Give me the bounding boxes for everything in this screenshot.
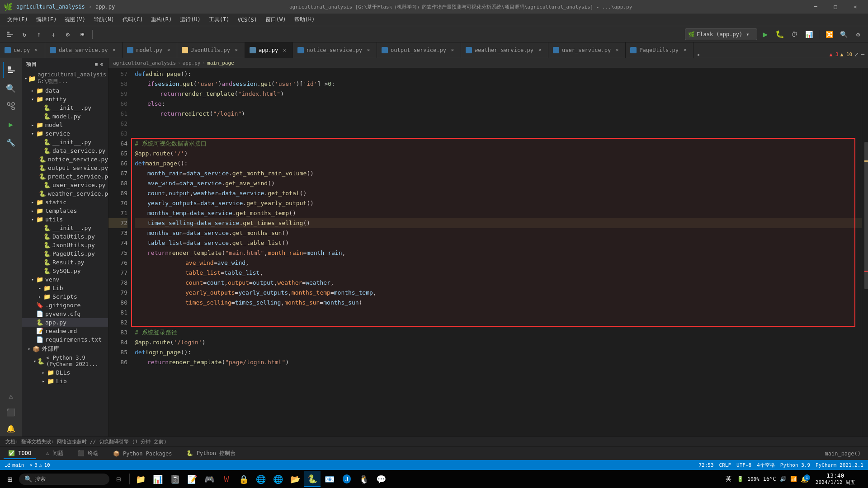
tree-item-pageutils[interactable]: ▸ 🐍 PageUtils.py — [22, 249, 108, 258]
indent-status[interactable]: 4个空格 — [757, 462, 775, 469]
tree-item-static[interactable]: ▸ 📁 static — [22, 198, 108, 206]
taskbar-onenote[interactable]: 📓 — [167, 471, 183, 487]
tab-model[interactable]: model.py ✕ — [123, 42, 177, 58]
menu-refactor[interactable]: 重构(R) — [147, 14, 175, 25]
minimize-button[interactable]: ─ — [807, 0, 825, 14]
tab-close-user-service[interactable]: ✕ — [613, 47, 621, 54]
ide-version-status[interactable]: PyCharm 2021.2.1 — [816, 462, 863, 468]
run-icon-side[interactable]: ▶ — [3, 116, 19, 132]
plugins-icon[interactable]: 🔧 — [3, 134, 19, 150]
show-desktop-button[interactable] — [863, 471, 866, 487]
menu-file[interactable]: 文件(F) — [4, 14, 32, 25]
tree-item-pyvenv[interactable]: ▸ 📄 pyvenv.cfg — [22, 310, 108, 318]
tab-weather-service[interactable]: weather_service.py ✕ — [461, 42, 548, 58]
git-branch-status[interactable]: ⎇ main — [5, 462, 24, 468]
maximize-button[interactable]: □ — [826, 0, 844, 14]
terminal-icon[interactable]: ⬛ — [3, 404, 19, 420]
tab-problems[interactable]: ⚠ 问题 — [41, 448, 67, 459]
menu-view[interactable]: 视图(V) — [61, 14, 89, 25]
tab-close-notice-service[interactable]: ✕ — [365, 47, 372, 54]
tree-item-venv[interactable]: ▾ 📁 venv — [22, 275, 108, 284]
taskbar-explorer[interactable]: 📁 — [132, 471, 149, 487]
taskbar-pycharm[interactable]: 🐍 — [304, 471, 321, 487]
tab-python-console[interactable]: 🐍 Python 控制台 — [182, 448, 240, 459]
tab-close-ce[interactable]: ✕ — [33, 47, 40, 54]
settings-sidebar-icon[interactable]: ⚙ — [100, 61, 104, 67]
tree-item-external[interactable]: ▾ 📦 外部库 — [22, 344, 108, 354]
problems-icon[interactable]: ⚠ — [3, 388, 19, 404]
volume-icon[interactable]: 🔊 — [780, 476, 787, 482]
tree-item-sysql[interactable]: ▸ 🐍 SySQL.py — [22, 267, 108, 275]
tab-close-weather-service[interactable]: ✕ — [536, 47, 543, 54]
taskbar-xbox[interactable]: 🎮 — [201, 471, 217, 487]
taskbar-excel[interactable]: 📊 — [150, 471, 166, 487]
toolbar-up[interactable]: ↑ — [33, 28, 45, 41]
tab-ce[interactable]: ce.py ✕ — [0, 42, 45, 58]
tree-item-entity-model[interactable]: ▸ 🐍 model.py — [22, 112, 108, 121]
tree-item-lib1[interactable]: ▸ 📁 Lib — [22, 284, 108, 292]
tree-item-python39[interactable]: ▾ 🐍 < Python 3.9 (PyCharm 2021... — [22, 354, 108, 368]
tab-python-packages[interactable]: 📦 Python Packages — [108, 449, 177, 459]
search-everywhere[interactable]: 🔍 — [837, 28, 850, 41]
tab-overflow[interactable]: ▸ — [693, 51, 704, 58]
tree-item-readme[interactable]: ▸ 📝 readme.md — [22, 327, 108, 335]
encoding-status[interactable]: UTF-8 — [736, 462, 751, 468]
tree-item-notice-service[interactable]: ▸ 🐍 notice_service.py — [22, 155, 108, 164]
taskbar-pycharm-badge[interactable]: J — [339, 471, 355, 487]
tree-item-result[interactable]: ▸ 🐍 Result.py — [22, 258, 108, 267]
profile-button[interactable]: ⏱ — [788, 28, 801, 41]
close-button[interactable]: ✕ — [846, 0, 864, 14]
taskbar-search[interactable]: 🔍 搜索 — [19, 474, 109, 485]
notifications-icon[interactable]: 🔔 — [3, 420, 19, 436]
tree-item-model[interactable]: ▸ 📁 model — [22, 121, 108, 129]
tree-item-weather-service[interactable]: ▸ 🐍 weather_service.py — [22, 189, 108, 198]
tab-jsonutils[interactable]: JsonUtils.py ✕ — [177, 42, 245, 58]
search-icon[interactable]: 🔍 — [3, 80, 19, 96]
tree-item-app[interactable]: ▸ 🐍 app.py — [22, 318, 108, 327]
tree-item-data[interactable]: ▸ 📁 data — [22, 86, 108, 95]
errors-status[interactable]: ✕ 3 ⚠ 10 — [30, 462, 50, 468]
coverage-button[interactable]: 📊 — [802, 28, 815, 41]
tab-terminal[interactable]: ⬛ 终端 — [73, 448, 103, 459]
code-editor[interactable]: def admin_page(): if session.get('user')… — [131, 68, 862, 436]
menu-help[interactable]: 帮助(H) — [291, 14, 319, 25]
menu-run[interactable]: 运行(U) — [176, 14, 204, 25]
tab-close-pageutils[interactable]: ✕ — [681, 47, 689, 54]
toolbar-layout[interactable]: ⊞ — [76, 28, 89, 41]
tab-user-service[interactable]: user_service.py ✕ — [548, 42, 626, 58]
tree-item-service[interactable]: ▾ 📁 service — [22, 129, 108, 138]
tree-item-entity[interactable]: ▾ 📁 entity — [22, 95, 108, 103]
tree-root[interactable]: ▾ 📁 agricultural_analysis G:\项目... — [22, 70, 108, 86]
tree-item-gitignore[interactable]: ▸ 🔖 .gitignore — [22, 301, 108, 310]
toolbar-down[interactable]: ↓ — [47, 28, 60, 41]
taskbar-edge[interactable]: 🌐 — [270, 471, 286, 487]
taskbar-files[interactable]: 📂 — [287, 471, 303, 487]
language-status[interactable]: Python 3.9 — [780, 462, 810, 468]
tree-item-predict-service[interactable]: ▸ 🐍 predict_service.py — [22, 172, 108, 181]
toolbar-project-btn[interactable] — [4, 28, 16, 41]
tree-item-requirements[interactable]: ▸ 📄 requirements.txt — [22, 335, 108, 344]
menu-vcs[interactable]: VCS(S) — [234, 15, 261, 25]
vcs-icon[interactable] — [3, 98, 19, 114]
taskbar-app2[interactable]: 🔒 — [236, 471, 252, 487]
taskbar-wps[interactable]: W — [218, 471, 235, 487]
taskbar-email[interactable]: 📧 — [321, 471, 338, 487]
minimize-editor-icon[interactable]: ─ — [861, 51, 864, 58]
tab-close-model[interactable]: ✕ — [165, 47, 172, 54]
tab-app[interactable]: app.py ✕ — [245, 42, 293, 58]
tab-data-service[interactable]: data_service.py ✕ — [45, 42, 123, 58]
taskbar-app3[interactable]: 🌐 — [253, 471, 269, 487]
input-method-indicator[interactable]: 英 — [724, 474, 733, 484]
tab-close-output-service[interactable]: ✕ — [449, 47, 456, 54]
tab-close-jsonutils[interactable]: ✕ — [233, 47, 240, 54]
line-ending-status[interactable]: CRLF — [719, 462, 731, 468]
toolbar-settings[interactable]: ⚙ — [61, 28, 74, 41]
tree-item-jsonutils[interactable]: ▸ 🐍 JsonUtils.py — [22, 241, 108, 249]
menu-navigate[interactable]: 导航(N) — [90, 14, 118, 25]
tree-item-utils-init[interactable]: ▸ 🐍 __init__.py — [22, 224, 108, 232]
tab-output-service[interactable]: output_service.py ✕ — [377, 42, 461, 58]
taskbar-clock[interactable]: 13:40 2024/1/12 周五 — [812, 472, 859, 486]
taskbar-app7[interactable]: 🐧 — [356, 471, 372, 487]
tree-item-output-service[interactable]: ▸ 🐍 output_service.py — [22, 164, 108, 172]
explorer-icon[interactable] — [3, 62, 19, 78]
